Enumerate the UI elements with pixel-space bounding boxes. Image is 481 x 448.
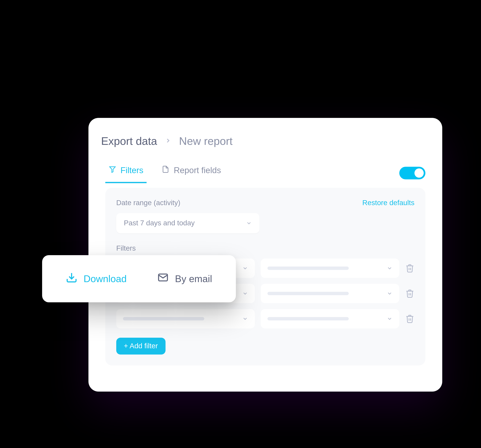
tab-filters[interactable]: Filters	[105, 163, 147, 183]
svg-marker-0	[110, 167, 115, 172]
chevron-down-icon	[242, 265, 248, 271]
filters-section-label: Filters	[116, 244, 414, 253]
filter-value-select[interactable]	[261, 259, 399, 278]
chevron-down-icon	[387, 265, 392, 271]
filter-field-select[interactable]	[116, 309, 255, 329]
tabs: Filters Report fields	[105, 163, 225, 183]
placeholder	[268, 292, 349, 295]
download-label: Download	[83, 273, 127, 284]
add-filter-button[interactable]: + Add filter	[116, 338, 165, 355]
funnel-icon	[109, 165, 116, 175]
chevron-down-icon	[242, 316, 248, 322]
breadcrumb: Export data New report	[101, 135, 425, 148]
filter-value-select[interactable]	[261, 284, 399, 303]
chevron-down-icon	[387, 291, 392, 296]
trash-icon[interactable]	[405, 264, 414, 273]
by-email-option[interactable]: By email	[157, 272, 212, 286]
date-range-label: Date range (activity)	[116, 199, 180, 207]
tab-filters-label: Filters	[120, 165, 143, 175]
export-card: Export data New report Filters Repor	[89, 118, 442, 392]
file-icon	[162, 165, 170, 175]
filter-row	[116, 309, 414, 329]
chevron-down-icon	[242, 291, 248, 296]
chevron-down-icon	[246, 220, 252, 226]
filter-value-select[interactable]	[261, 309, 399, 329]
date-range-value: Past 7 days and today	[124, 219, 195, 227]
toggle-knob	[414, 168, 424, 178]
toggle-switch[interactable]	[399, 167, 425, 179]
trash-icon[interactable]	[405, 289, 414, 298]
download-option[interactable]: Download	[66, 272, 127, 286]
date-range-select[interactable]: Past 7 days and today	[116, 213, 259, 233]
placeholder	[268, 317, 349, 321]
export-popover: Download By email	[42, 255, 236, 302]
breadcrumb-root[interactable]: Export data	[101, 135, 157, 148]
tab-report-fields-label: Report fields	[174, 165, 221, 175]
restore-defaults-link[interactable]: Restore defaults	[362, 199, 414, 207]
breadcrumb-current: New report	[179, 135, 233, 148]
mail-icon	[157, 272, 169, 286]
placeholder	[123, 317, 204, 321]
tab-report-fields[interactable]: Report fields	[158, 163, 225, 183]
download-icon	[66, 272, 78, 286]
trash-icon[interactable]	[405, 314, 414, 323]
by-email-label: By email	[175, 273, 212, 284]
chevron-right-icon	[165, 136, 171, 146]
chevron-down-icon	[387, 316, 392, 322]
placeholder	[268, 267, 349, 270]
